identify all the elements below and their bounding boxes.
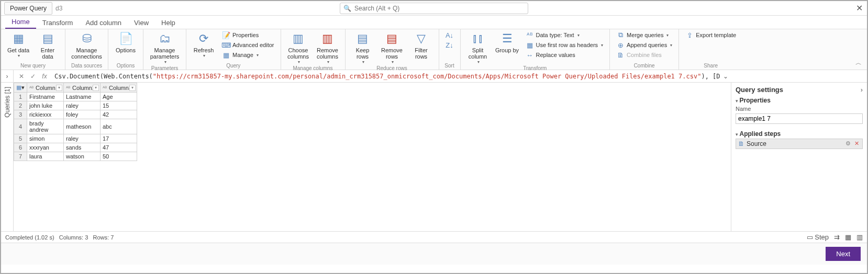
settings-expand-icon[interactable]: › — [861, 86, 863, 94]
tab-transform[interactable]: Transform — [36, 17, 80, 29]
refresh-button[interactable]: ⟳ Refresh — [191, 30, 217, 59]
grid-view-button[interactable]: ▦ — [845, 233, 851, 241]
table-row[interactable]: 3rickiexxxfoley42 — [14, 110, 137, 119]
table-row[interactable]: 1FirstnameLastnameAge — [14, 93, 137, 101]
properties-button[interactable]: 📝Properties — [220, 30, 276, 40]
table-cell[interactable]: 17 — [101, 134, 137, 143]
table-cell[interactable]: simon — [27, 134, 64, 143]
remove-columns-button[interactable]: ▥ Remove columns — [315, 30, 341, 65]
manage-button[interactable]: ▦Manage — [220, 50, 276, 60]
table-row[interactable]: 2john lukeraley15 — [14, 101, 137, 110]
column-dropdown-icon[interactable]: ▾ — [56, 85, 62, 91]
applied-steps-section[interactable]: Applied steps — [736, 130, 863, 138]
properties-section[interactable]: Properties — [736, 97, 863, 104]
sort-desc-button[interactable]: Z↓ — [443, 40, 456, 50]
table-cell[interactable]: watson — [64, 152, 101, 161]
schema-view-button[interactable]: ▥ — [856, 233, 863, 241]
merge-queries-button[interactable]: ⧉Merge queries — [614, 30, 674, 40]
queries-sidebar[interactable]: Queries [1] — [1, 83, 14, 231]
queries-expand-button[interactable]: › — [1, 70, 14, 82]
query-name-input[interactable] — [736, 113, 863, 124]
table-cell[interactable]: john luke — [27, 101, 64, 110]
row-number[interactable]: 3 — [14, 110, 27, 119]
table-cell[interactable]: rickiexxx — [27, 110, 64, 119]
column-dropdown-icon[interactable]: ▾ — [93, 85, 99, 91]
advanced-editor-button[interactable]: ⌨Advanced editor — [220, 40, 276, 50]
table-cell[interactable]: abc — [101, 119, 137, 134]
export-template-button[interactable]: ⇪Export template — [683, 30, 738, 40]
step-gear-icon[interactable]: ⚙ — [844, 140, 852, 147]
table-row[interactable]: 7laurawatson50 — [14, 152, 137, 161]
formula-text[interactable]: Csv.Document(Web.Contents("https://crm31… — [52, 73, 720, 80]
table-cell[interactable]: 50 — [101, 152, 137, 161]
column-dropdown-icon[interactable]: ▾ — [129, 85, 136, 91]
table-cell[interactable]: sands — [64, 143, 101, 152]
tab-help[interactable]: Help — [155, 17, 182, 29]
table-row[interactable]: 6xxxryansands47 — [14, 143, 137, 152]
first-row-icon: ▦ — [526, 41, 534, 49]
table-row[interactable]: 5simonraley17 — [14, 134, 137, 143]
table-cell[interactable]: Firstname — [27, 93, 64, 101]
column-header[interactable]: ᴬᴮColumn1▾ — [27, 83, 64, 93]
sort-asc-button[interactable]: A↓ — [443, 30, 456, 40]
app-title-button[interactable]: Power Query — [4, 2, 52, 15]
remove-rows-button[interactable]: ▤ Remove rows — [379, 30, 405, 65]
table-cell[interactable]: raley — [64, 134, 101, 143]
manage-connections-button[interactable]: ⛁ Manage connections — [70, 30, 104, 61]
ribbon-collapse-button[interactable]: ︿ — [855, 59, 862, 67]
row-number[interactable]: 6 — [14, 143, 27, 152]
table-cell[interactable]: xxxryan — [27, 143, 64, 152]
table-row[interactable]: 4brady andrewmathesonabc — [14, 119, 137, 134]
append-queries-button[interactable]: ⊕Append queries — [614, 40, 674, 50]
enter-data-button[interactable]: ▤ Enter data — [35, 30, 61, 61]
manage-parameters-button[interactable]: 🗂 Manage parameters — [148, 30, 182, 65]
search-box[interactable]: 🔍 — [340, 3, 528, 14]
table-corner[interactable]: ▦▾ — [14, 83, 27, 93]
data-grid[interactable]: ▦▾ᴬᴮColumn1▾ᴬᴮColumn2▾ᴬᴮColumn3▾ 1Firstn… — [14, 83, 137, 161]
table-cell[interactable]: Lastname — [64, 93, 101, 101]
row-number[interactable]: 2 — [14, 101, 27, 110]
group-by-button[interactable]: ☰ Group by — [494, 30, 520, 54]
step-delete-icon[interactable]: ✕ — [853, 140, 860, 147]
queries-label: Queries [1] — [4, 87, 11, 118]
formula-commit-button[interactable]: ✓ — [28, 72, 38, 81]
options-button[interactable]: 📄 Options — [113, 30, 139, 54]
data-type-button[interactable]: ᴬᴮData type: Text — [524, 30, 606, 40]
column-header[interactable]: ᴬᴮColumn2▾ — [64, 83, 101, 93]
replace-values-button[interactable]: ↔Replace values — [524, 50, 606, 60]
row-number[interactable]: 7 — [14, 152, 27, 161]
choose-columns-button[interactable]: ▥ Choose columns — [285, 30, 311, 65]
row-number[interactable]: 4 — [14, 119, 27, 134]
split-column-button[interactable]: ⫿⫿ Split column — [465, 30, 491, 65]
type-text-icon: ᴬᴮ — [29, 85, 34, 91]
tab-home[interactable]: Home — [5, 16, 36, 29]
tab-view[interactable]: View — [128, 17, 155, 29]
row-number[interactable]: 5 — [14, 134, 27, 143]
filter-rows-button[interactable]: ▽ Filter rows — [408, 30, 435, 61]
status-left: Completed (1.02 s) Columns: 3 Rows: 7 — [5, 234, 114, 241]
table-cell[interactable]: brady andrew — [27, 119, 64, 134]
formula-cancel-button[interactable]: ✕ — [17, 72, 26, 81]
row-number[interactable]: 1 — [14, 93, 27, 101]
close-button[interactable]: ✕ — [856, 3, 863, 13]
table-cell[interactable]: raley — [64, 101, 101, 110]
formula-expand-button[interactable]: ⌄ — [720, 73, 731, 80]
table-cell[interactable]: 47 — [101, 143, 137, 152]
step-source[interactable]: 🗎Source ⚙ ✕ — [736, 139, 863, 149]
formula-fx-button[interactable]: fx — [40, 72, 49, 81]
table-cell[interactable]: 15 — [101, 101, 137, 110]
tab-add-column[interactable]: Add column — [79, 17, 128, 29]
column-header[interactable]: ᴬᴮColumn3▾ — [101, 83, 137, 93]
step-mode-button[interactable]: ▭ Step — [807, 233, 829, 241]
table-cell[interactable]: Age — [101, 93, 137, 101]
table-cell[interactable]: foley — [64, 110, 101, 119]
table-cell[interactable]: laura — [27, 152, 64, 161]
keep-rows-button[interactable]: ▤ Keep rows — [350, 30, 376, 65]
search-input[interactable] — [354, 5, 525, 12]
get-data-button[interactable]: ▦ Get data — [5, 30, 31, 59]
table-cell[interactable]: matheson — [64, 119, 101, 134]
diagram-view-button[interactable]: ⇉ — [834, 233, 840, 241]
next-button[interactable]: Next — [826, 247, 861, 261]
first-row-headers-button[interactable]: ▦Use first row as headers — [524, 40, 606, 50]
table-cell[interactable]: 42 — [101, 110, 137, 119]
